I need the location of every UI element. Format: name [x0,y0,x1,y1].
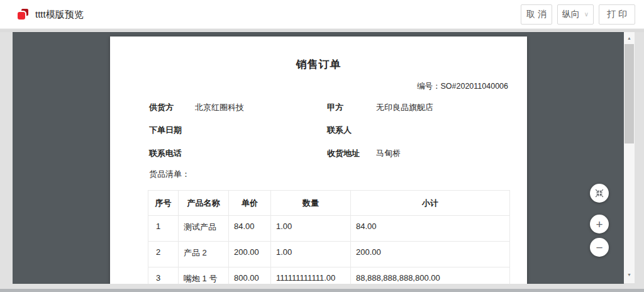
cell-index: 2 [148,242,179,267]
table-row: 3 嘴炮 1 号 800.00 111111111111.00 88,888,8… [148,267,510,284]
orientation-label: 纵向 [562,9,580,20]
cell-subtotal: 84.00 [351,216,510,242]
field-label-order-date: 下单日期 [149,126,182,135]
field-label-phone: 联系电话 [149,149,182,158]
cell-product: 嘴炮 1 号 [179,267,229,284]
vertical-scrollbar[interactable]: ▲ ▼ [624,32,635,283]
field-label-address: 收货地址 [327,149,360,158]
field-value-supplier: 北京红圈科技 [195,103,244,112]
order-number-value: SO#202011040006 [440,82,508,91]
cancel-button[interactable]: 取 消 [521,4,552,25]
scroll-up-icon[interactable]: ▲ [624,36,635,40]
app-logo-icon [18,9,28,20]
scroll-down-icon[interactable]: ▼ [624,272,635,277]
cell-index: 1 [148,216,179,242]
field-label-party-a: 甲方 [327,103,343,112]
minus-icon: − [596,242,602,254]
zoom-in-button[interactable]: + [590,215,609,233]
print-button-label: 打 印 [607,9,627,20]
field-value-party-a: 无印良品旗舰店 [376,103,433,112]
document-title: 销售订单 [110,57,527,72]
document-page: 销售订单 编号：SO#202011040006 供货方 北京红圈科技 甲方 无印… [110,36,527,284]
field-label-contact: 联系人 [327,126,352,135]
cell-price: 200.00 [229,242,271,267]
print-button[interactable]: 打 印 [599,4,635,25]
cell-subtotal: 200.00 [351,242,510,267]
cancel-button-label: 取 消 [526,9,547,20]
order-number: 编号：SO#202011040006 [417,81,508,92]
table-header-row: 序号 产品名称 单价 数量 小计 [148,191,510,216]
cell-quantity: 111111111111.00 [271,267,351,284]
plus-icon: + [596,218,602,230]
horizontal-scrollbar[interactable] [0,289,644,292]
template-preview-window: tttt模版预览 取 消 纵向 ∨ 打 印 销售订单 编号：SO#2020110… [0,0,644,292]
cell-index: 3 [148,267,179,284]
chevron-down-icon: ∨ [584,11,589,18]
order-table: 序号 产品名称 单价 数量 小计 1 测试产品 84.00 1.00 84.00 [148,190,510,284]
preview-panel: 销售订单 编号：SO#202011040006 供货方 北京红圈科技 甲方 无印… [13,32,624,284]
table-row: 2 产品 2 200.00 1.00 200.00 [148,242,510,267]
cell-subtotal: 88,888,888,888,800.00 [351,267,510,284]
page-title: tttt模版预览 [35,0,84,28]
order-number-label: 编号： [417,82,441,91]
fit-to-screen-button[interactable] [590,184,609,203]
scrollbar-thumb[interactable] [625,44,634,143]
goods-list-label: 货品清单： [149,169,190,180]
zoom-out-button[interactable]: − [590,238,609,257]
col-header-subtotal: 小计 [351,191,510,216]
cell-price: 84.00 [229,216,271,242]
cell-product: 测试产品 [179,216,229,242]
app-header: tttt模版预览 取 消 纵向 ∨ 打 印 [0,0,644,29]
field-label-supplier: 供货方 [149,103,174,112]
table-row: 1 测试产品 84.00 1.00 84.00 [148,216,510,242]
cell-quantity: 1.00 [271,242,351,267]
cell-price: 800.00 [229,267,271,284]
col-header-price: 单价 [229,191,271,216]
fit-screen-icon [594,188,604,198]
field-value-address: 马甸桥 [376,149,401,158]
cell-product: 产品 2 [179,242,229,267]
col-header-index: 序号 [148,191,179,216]
cell-quantity: 1.00 [271,216,351,242]
col-header-product: 产品名称 [179,191,229,216]
col-header-quantity: 数量 [271,191,351,216]
orientation-select[interactable]: 纵向 ∨ [557,4,594,25]
